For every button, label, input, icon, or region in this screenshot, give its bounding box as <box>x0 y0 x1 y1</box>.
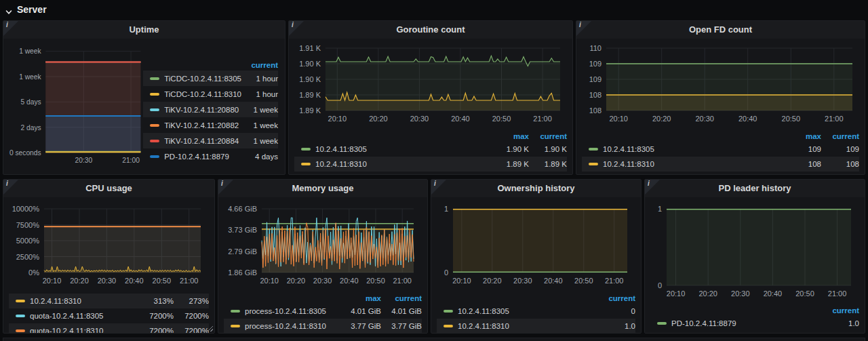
series-value: 1.90 K <box>529 145 567 153</box>
panel-info-icon[interactable]: i <box>576 21 591 36</box>
panel-title[interactable]: Uptime <box>3 21 285 39</box>
series-name[interactable]: TiKV-10.2.4.11:20882 <box>164 121 241 129</box>
series-color-dash <box>16 300 25 302</box>
y-tick-label: 0 <box>444 268 448 277</box>
series-name[interactable]: TiCDC-10.2.4.11:8310 <box>164 90 241 98</box>
y-tick-label: 3.73 GiB <box>228 226 257 234</box>
y-tick-label: 5 days <box>20 98 41 106</box>
legend-column-header-max[interactable]: max <box>340 294 381 302</box>
series-fill <box>45 116 140 153</box>
x-tick-label: 20:40 <box>451 115 470 123</box>
y-tick-label: 2.79 GiB <box>228 247 257 256</box>
series-value: 4 days <box>241 153 278 161</box>
panel-info-icon[interactable]: i <box>645 180 660 195</box>
panel-info-icon[interactable]: i <box>289 21 304 36</box>
legend-column-header-current[interactable]: current <box>597 294 635 302</box>
panel-title[interactable]: Goroutine count <box>289 21 572 39</box>
series-name[interactable]: 10.2.4.11:8305 <box>603 145 783 153</box>
panel-info-icon[interactable]: i <box>3 180 18 195</box>
x-tick-label: 21:00 <box>393 277 412 285</box>
series-name[interactable]: quota-10.2.4.11:8310 <box>30 327 138 334</box>
series-color-dash <box>589 148 598 151</box>
series-value: 1.89 K <box>529 160 567 168</box>
y-tick-label: 1.89 K <box>299 106 321 115</box>
legend-header-row: maxcurrent <box>582 130 859 142</box>
uptime-legend: currentTiCDC-10.2.4.11:83051 hourTiCDC-1… <box>143 39 285 164</box>
legend-column-header-max[interactable]: max <box>491 132 529 140</box>
legend-row: TiCDC-10.2.4.11:83051 hour <box>143 71 278 86</box>
pd-leader-chart[interactable]: 1020:1020:2020:3020:4020:5021:00 <box>650 200 859 300</box>
y-tick-label: 108 <box>589 106 601 115</box>
series-name[interactable]: TiCDC-10.2.4.11:8305 <box>164 75 241 83</box>
y-tick-label: 1.91 K <box>299 44 321 52</box>
dashboard-row-server[interactable]: Server <box>5 2 47 17</box>
legend-row: TiKV-10.2.4.11:208821 week <box>143 117 278 133</box>
series-name[interactable]: 10.2.4.11:8305 <box>315 145 491 153</box>
panel-title[interactable]: PD leader history <box>645 180 865 197</box>
panel-title[interactable]: Memory usage <box>218 180 427 197</box>
ownership-chart[interactable]: 1020:1020:2020:3020:4020:5021:00 <box>437 200 635 288</box>
row-title: Server <box>17 4 47 15</box>
panel-info-icon[interactable]: i <box>431 180 446 195</box>
legend-column-header-current[interactable]: current <box>821 306 859 315</box>
panel-info-icon[interactable]: i <box>218 180 233 195</box>
legend-column-header-current[interactable]: current <box>381 294 422 302</box>
legend-column-header-current[interactable]: current <box>529 132 567 140</box>
y-tick-label: 5000% <box>16 237 39 245</box>
series-name[interactable]: quota-10.2.4.11:8305 <box>30 312 138 320</box>
x-tick-label: 20:50 <box>492 115 511 123</box>
series-fill <box>667 209 851 285</box>
panel-info-icon[interactable]: i <box>3 21 18 36</box>
uptime-chart[interactable]: 1 week1 week5 days2 days0 seconds20:3021… <box>9 41 143 170</box>
legend-row: PD-10.2.4.11:88791.0 <box>650 316 859 331</box>
x-tick-label: 20:10 <box>667 289 686 298</box>
x-tick-label: 20:20 <box>483 277 502 285</box>
panel-title[interactable]: CPU usage <box>3 180 214 197</box>
x-tick-label: 20:10 <box>43 277 62 285</box>
goroutine-chart[interactable]: 1.91 K1.90 K1.90 K1.89 K1.89 K20:1020:20… <box>294 41 567 126</box>
series-name[interactable]: PD-10.2.4.11:8879 <box>671 319 821 327</box>
series-name[interactable]: 10.2.4.11:8310 <box>603 160 783 168</box>
cpu-legend: 10.2.4.11:8310313%273%quota-10.2.4.11:83… <box>9 294 209 334</box>
cpu-chart[interactable]: 10000%7500%5000%2500%0%20:1020:2020:3020… <box>9 200 209 288</box>
legend-column-header-max[interactable]: max <box>783 132 821 140</box>
legend-header-row: current <box>650 304 859 316</box>
series-name[interactable]: process-10.2.4.11:8305 <box>245 307 340 315</box>
series-color-dash <box>150 140 159 142</box>
series-value: 7200% <box>174 327 209 334</box>
series-color-dash <box>231 310 240 313</box>
series-color-dash <box>150 93 159 96</box>
x-tick-label: 20:40 <box>340 277 359 285</box>
y-tick-label: 2 days <box>20 124 41 132</box>
x-tick-label: 20:10 <box>609 115 628 123</box>
series-name[interactable]: 10.2.4.11:8305 <box>458 307 597 315</box>
panel-pd-leader-history: i PD leader history 1020:1020:2020:3020:… <box>644 179 865 334</box>
panel-open-fd-count: i Open FD count 11010910910810820:1020:2… <box>576 20 865 175</box>
x-tick-label: 20:10 <box>452 277 471 285</box>
series-color-dash <box>16 329 25 332</box>
series-name[interactable]: 10.2.4.11:8310 <box>458 322 597 330</box>
x-tick-label: 20:50 <box>574 277 593 285</box>
series-name[interactable]: 10.2.4.11:8310 <box>30 297 138 305</box>
x-tick-label: 20:10 <box>328 115 347 123</box>
legend-column-header-current[interactable]: current <box>241 61 278 69</box>
open-fd-chart[interactable]: 11010910910810820:1020:2020:3020:4020:50… <box>582 41 859 126</box>
series-value: 3.77 GiB <box>340 322 381 330</box>
legend-row: TiKV-10.2.4.11:208801 week <box>143 102 278 117</box>
y-tick-label: 0 <box>658 281 662 289</box>
panel-title[interactable]: Open FD count <box>576 21 865 39</box>
series-name[interactable]: process-10.2.4.11:8310 <box>245 322 340 330</box>
memory-chart[interactable]: 4.66 GiB3.73 GiB2.79 GiB1.86 GiB20:1020:… <box>224 200 422 288</box>
series-name[interactable]: PD-10.2.4.11:8879 <box>164 153 241 161</box>
x-tick-label: 21:00 <box>605 277 624 285</box>
series-name[interactable]: TiKV-10.2.4.11:20880 <box>164 106 241 114</box>
y-tick-label: 109 <box>589 60 601 68</box>
y-tick-label: 1 <box>658 205 662 213</box>
series-value: 4.01 GiB <box>381 307 422 315</box>
legend-row: TiCDC-10.2.4.11:83101 hour <box>143 86 278 102</box>
series-name[interactable]: 10.2.4.11:8310 <box>315 160 491 168</box>
panel-title[interactable]: Ownership history <box>431 180 641 197</box>
x-tick-label: 20:50 <box>153 277 172 285</box>
legend-column-header-current[interactable]: current <box>821 132 859 140</box>
series-name[interactable]: TiKV-10.2.4.11:20884 <box>164 137 241 145</box>
